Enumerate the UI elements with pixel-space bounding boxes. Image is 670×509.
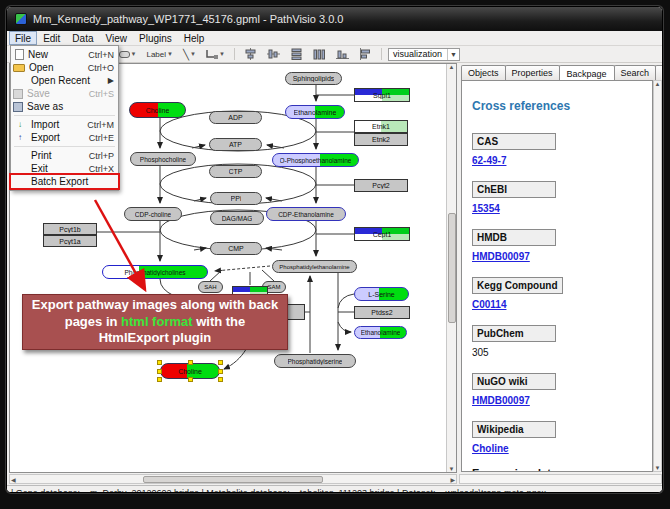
pathway-node-phosphocholine[interactable]: Phosphocholine [130, 152, 196, 166]
menu-item-spacer [13, 176, 27, 187]
node-label: Pcyt2 [372, 182, 390, 189]
pathway-node-atp[interactable]: ATP [209, 138, 262, 151]
menu-edit[interactable]: Edit [37, 31, 66, 45]
selection-handle[interactable] [218, 377, 223, 382]
pathway-node-pcyt1a[interactable]: Pcyt1a [43, 235, 97, 247]
pathway-node-etnk1[interactable]: Etnk1 [354, 120, 408, 133]
pathway-node-sgpl1[interactable]: Sgpl1 [354, 88, 410, 102]
selection-handle[interactable] [218, 369, 223, 374]
pathway-node-cdp-ethanolamine[interactable]: CDP-Ethanolamine [266, 207, 346, 221]
pathway-node-ptdss2[interactable]: Ptdss2 [354, 306, 410, 319]
node-label: Sgpl1 [373, 92, 391, 99]
pathway-node-ppi[interactable]: PPi [210, 192, 262, 205]
status-bar-text: | Gene database: ...m_Derby_20120602.bri… [11, 488, 546, 494]
pathway-node-dag-mag[interactable]: DAG/MAG [210, 211, 264, 225]
xref-link[interactable]: C00114 [472, 299, 652, 310]
align-center-x-button[interactable] [241, 47, 260, 61]
xref-link[interactable]: HMDB00097 [472, 395, 652, 406]
selection-handle[interactable] [157, 369, 162, 374]
xref-header: Wikipedia [472, 421, 556, 438]
distribute-horizontal-button[interactable] [310, 47, 329, 61]
pathway-node-choline[interactable]: Choline [129, 102, 186, 118]
scroll-down-icon[interactable]: ▼ [655, 465, 661, 471]
add-label-button[interactable]: Label ▼ [143, 47, 176, 61]
file-menu-item-save-as[interactable]: Save as [11, 100, 118, 113]
pathway-node-ctp[interactable]: CTP [209, 165, 262, 178]
align-bottom-icon [336, 48, 349, 60]
file-menu-item-save[interactable]: SaveCtrl+S [11, 87, 118, 100]
distribute-vertical-icon [290, 48, 303, 60]
pathway-node-cmp[interactable]: CMP [210, 242, 262, 255]
menu-view[interactable]: View [99, 31, 133, 45]
pathway-node-sphingolipids[interactable]: Sphingolipids [285, 72, 342, 85]
file-menu-item-exit[interactable]: ExitCtrl+X [11, 162, 118, 175]
scrollbar-thumb[interactable] [448, 213, 456, 323]
panel-vertical-scrollbar[interactable]: ▲ ▼ [653, 80, 662, 472]
annotation-callout: Export pathway images along with back pa… [22, 294, 288, 350]
scroll-up-icon[interactable]: ▲ [449, 64, 455, 70]
pathway-node-pcyt2[interactable]: Pcyt2 [354, 179, 408, 192]
distribute-vertical-button[interactable] [287, 47, 306, 61]
align-bottom-button[interactable] [333, 47, 352, 61]
node-label: CDP-Ethanolamine [278, 211, 334, 218]
file-menu-item-export[interactable]: ↑ExportCtrl+E [11, 131, 118, 144]
canvas-horizontal-scrollbar[interactable]: ◀ ▶ [9, 474, 457, 484]
add-gene-button[interactable]: ▼ [116, 47, 140, 61]
node-label: L-Serine [368, 291, 394, 298]
visualization-combobox[interactable]: visualization ▼ [388, 48, 460, 61]
xref-link[interactable]: 15354 [472, 203, 652, 214]
file-menu-item-print[interactable]: PrintCtrl+P [11, 149, 118, 162]
node-label: Ethanolamine [294, 109, 337, 116]
file-menu-item-open-recent[interactable]: Open Recent▶ [11, 74, 118, 87]
file-menu-item-import[interactable]: ↓ImportCtrl+M [11, 118, 118, 131]
xref-link[interactable]: Choline [472, 443, 652, 454]
menu-item-shortcut: Ctrl+X [89, 164, 114, 174]
file-menu-item-new[interactable]: NewCtrl+N [11, 48, 118, 61]
draw-connector-button[interactable]: ▼ [203, 47, 228, 61]
pathway-node-choline[interactable]: Choline [160, 363, 220, 379]
scrollbar-thumb[interactable] [143, 476, 323, 483]
canvas-vertical-scrollbar[interactable]: ▲ ▼ [446, 64, 456, 472]
cross-references-heading: Cross references [472, 99, 652, 113]
pathway-node-ethanolamine[interactable]: Ethanolamine [285, 105, 345, 119]
scroll-up-icon[interactable]: ▲ [655, 81, 661, 87]
menu-item-shortcut: Ctrl+O [88, 63, 114, 73]
menu-file[interactable]: File [9, 31, 37, 45]
selection-handle[interactable] [188, 377, 193, 382]
pathway-node-pcyt1b[interactable]: Pcyt1b [43, 223, 97, 235]
pathway-node-o-phosphoethanolamine[interactable]: O-Phosphoethanolamine [272, 153, 359, 167]
scroll-down-icon[interactable]: ▼ [449, 466, 455, 472]
menu-item-shortcut: Ctrl+E [89, 133, 114, 143]
align-left-icon [359, 48, 372, 60]
pathway-node-phosphatidylserine[interactable]: Phosphatidylserine [274, 354, 356, 368]
draw-line-button[interactable]: ╲ ▼ [180, 47, 199, 61]
file-menu-item-batch-export[interactable]: Batch Export [11, 175, 118, 188]
scroll-left-icon[interactable]: ◀ [11, 476, 16, 483]
menu-help[interactable]: Help [178, 31, 211, 45]
node-label: CMP [228, 245, 244, 252]
pathway-node-phosphatidylcholines[interactable]: Phosphatidylcholines [102, 265, 208, 279]
pathway-node-phosphatidylethanolamine[interactable]: Phosphatidylethanolamine [272, 260, 357, 273]
menu-plugins[interactable]: Plugins [133, 31, 178, 45]
pathway-node-cept1[interactable]: Cept1 [354, 227, 410, 241]
menu-data[interactable]: Data [66, 31, 99, 45]
selection-handle[interactable] [157, 377, 162, 382]
pathway-node-sah[interactable]: SAH [198, 281, 223, 293]
selection-handle[interactable] [157, 360, 162, 365]
file-menu-item-open[interactable]: OpenCtrl+O [11, 61, 118, 74]
pathway-node-cdp-choline[interactable]: CDP-choline [124, 207, 182, 221]
xref-link[interactable]: HMDB00097 [472, 251, 652, 262]
selection-handle[interactable] [188, 360, 193, 365]
toolbar-separator [234, 48, 235, 60]
align-left-button[interactable] [356, 47, 375, 61]
pathway-node-l-serine[interactable]: L-Serine [354, 287, 409, 301]
selection-handle[interactable] [218, 360, 223, 365]
pathway-node-ethanolamine[interactable]: Ethanolamine [354, 326, 407, 339]
scroll-right-icon[interactable]: ▶ [450, 476, 455, 483]
xref-link[interactable]: 62-49-7 [472, 155, 652, 166]
cross-references-list: CAS62-49-7ChEBI15354HMDBHMDB00097Kegg Co… [472, 131, 652, 454]
menu-item-label: Save [27, 88, 89, 99]
pathway-node-adp[interactable]: ADP [209, 111, 262, 124]
align-center-y-button[interactable] [264, 47, 283, 61]
pathway-node-etnk2[interactable]: Etnk2 [354, 133, 408, 146]
